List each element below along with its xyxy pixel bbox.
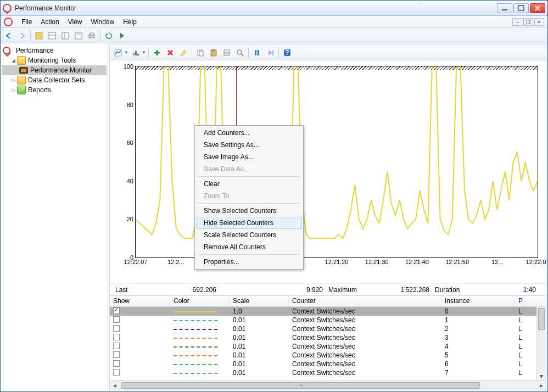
- maximize-button[interactable]: [513, 3, 529, 13]
- menu-window[interactable]: Window: [87, 17, 119, 27]
- stat-last-value: 692.206: [128, 286, 221, 294]
- mdi-minimize-button[interactable]: –: [512, 18, 522, 26]
- tree-root-performance[interactable]: Performance: [2, 46, 107, 55]
- tree-data-collector-sets[interactable]: ▷ Data Collector Sets: [2, 75, 107, 85]
- cell-scale: 0.01: [230, 343, 289, 350]
- freeze-button[interactable]: [251, 47, 263, 59]
- ctx-clear[interactable]: Clear: [196, 178, 302, 190]
- stat-dur-value: 1:40: [460, 286, 540, 294]
- show-checkbox[interactable]: [113, 334, 120, 340]
- cell-counter: Context Switches/sec: [289, 343, 441, 350]
- view-histogram-button[interactable]: [130, 47, 142, 59]
- paste-button[interactable]: [208, 47, 220, 59]
- menu-action[interactable]: Action: [36, 17, 63, 27]
- view-button-1[interactable]: [46, 30, 58, 42]
- scroll-left-icon[interactable]: ◂: [110, 381, 119, 390]
- forward-button[interactable]: [16, 30, 28, 42]
- col-show[interactable]: Show: [110, 296, 170, 306]
- content-pane: ▼ ▼ ?: [109, 44, 546, 390]
- highlight-button[interactable]: [177, 47, 189, 59]
- col-instance[interactable]: Instance: [441, 296, 515, 306]
- xtick: 12:21:20: [325, 259, 349, 265]
- app-icon: [3, 4, 12, 13]
- cell-instance: 2: [441, 325, 515, 333]
- copy-button[interactable]: [194, 47, 206, 59]
- stat-last-label: Last: [115, 286, 128, 294]
- show-checkbox[interactable]: [113, 316, 120, 323]
- back-button[interactable]: [3, 30, 15, 42]
- ctx-show-selected[interactable]: Show Selected Counters: [196, 205, 302, 217]
- table-row[interactable]: 0.01Context Switches/sec5L: [110, 351, 546, 360]
- chart-area[interactable]: 100 80 60 40 20 0 12:22:07 12:2... 1:10 …: [110, 60, 546, 283]
- help-button[interactable]: ?: [281, 47, 293, 59]
- add-counter-button[interactable]: [151, 47, 163, 59]
- grid-header[interactable]: Show Color Scale Counter Instance P: [110, 296, 546, 307]
- col-p[interactable]: P: [515, 296, 525, 306]
- minimize-button[interactable]: [497, 3, 512, 13]
- ctx-hide-selected[interactable]: Hide Selected Counters: [196, 217, 302, 229]
- ctx-scale-selected[interactable]: Scale Selected Counters: [196, 229, 302, 241]
- ctx-remove-all[interactable]: Remove All Counters: [196, 241, 302, 253]
- cell-counter: Context Switches/sec: [289, 307, 441, 315]
- show-checkbox[interactable]: [113, 369, 120, 376]
- cell-p: L: [515, 325, 525, 333]
- scroll-down-icon[interactable]: ▾: [537, 371, 546, 380]
- col-scale[interactable]: Scale: [230, 296, 289, 306]
- table-row[interactable]: 0.01Context Switches/sec2L: [110, 324, 546, 333]
- menu-help[interactable]: Help: [119, 17, 141, 27]
- show-checkbox[interactable]: [113, 307, 120, 314]
- properties-button[interactable]: [72, 30, 85, 42]
- scroll-right-icon[interactable]: ▸: [536, 381, 546, 390]
- ctx-save-settings[interactable]: Save Settings As...: [196, 139, 302, 151]
- tree-performance-monitor[interactable]: Performance Monitor: [2, 65, 107, 75]
- mdi-restore-button[interactable]: ❐: [523, 18, 533, 26]
- scrollbar-thumb[interactable]: [538, 308, 545, 330]
- folder-icon: [17, 56, 26, 65]
- close-button[interactable]: [530, 3, 545, 13]
- menu-view[interactable]: View: [64, 17, 87, 27]
- print-button[interactable]: [86, 30, 98, 42]
- delete-counter-button[interactable]: [164, 47, 176, 59]
- refresh-button[interactable]: [103, 30, 115, 42]
- table-row[interactable]: 0.01Context Switches/sec7L: [110, 368, 546, 377]
- cell-p: L: [515, 316, 525, 324]
- tree-monitoring-tools[interactable]: ◢ Monitoring Tools: [2, 55, 107, 65]
- mdi-close-button[interactable]: ×: [534, 18, 544, 26]
- table-row[interactable]: 0.01Context Switches/sec1L: [110, 316, 546, 324]
- tree-reports[interactable]: ▷ Reports: [2, 85, 107, 95]
- show-checkbox[interactable]: [113, 360, 120, 367]
- horizontal-scrollbar[interactable]: ◂ ▸: [110, 380, 546, 390]
- zoom-button[interactable]: [234, 47, 246, 59]
- table-row[interactable]: 0.01Context Switches/sec6L: [110, 360, 546, 368]
- show-hide-tree-button[interactable]: [33, 30, 45, 42]
- svg-rect-14: [137, 54, 139, 55]
- view-graph-button[interactable]: [112, 47, 124, 59]
- show-checkbox[interactable]: [113, 351, 120, 358]
- play-button[interactable]: [116, 30, 128, 42]
- navigation-tree: Performance ◢ Monitoring Tools Performan…: [1, 43, 108, 391]
- show-checkbox[interactable]: [113, 343, 120, 349]
- table-row[interactable]: 0.01Context Switches/sec4L: [110, 342, 546, 351]
- view-button-2[interactable]: [59, 30, 71, 42]
- col-color[interactable]: Color: [170, 296, 230, 306]
- scrollbar-thumb[interactable]: [121, 382, 480, 389]
- properties-toolbar-button[interactable]: [221, 47, 233, 59]
- table-row[interactable]: 0.01Context Switches/sec3L: [110, 333, 546, 342]
- menu-file[interactable]: File: [17, 17, 36, 27]
- col-counter[interactable]: Counter: [289, 296, 441, 306]
- expand-icon[interactable]: ▷: [10, 87, 16, 93]
- color-swatch: [174, 311, 217, 312]
- title-bar[interactable]: Performance Monitor: [1, 1, 547, 16]
- stat-min-value: 9.920: [222, 286, 327, 294]
- show-checkbox[interactable]: [113, 325, 120, 332]
- svg-rect-7: [75, 32, 82, 39]
- expand-icon[interactable]: ▷: [10, 77, 16, 83]
- grid-body[interactable]: 1.0Context Switches/sec0L0.01Context Swi…: [110, 307, 546, 380]
- vertical-scrollbar[interactable]: ▾: [536, 307, 546, 380]
- table-row[interactable]: 1.0Context Switches/sec0L: [110, 307, 546, 316]
- ctx-save-image[interactable]: Save Image As...: [196, 151, 302, 163]
- collapse-icon[interactable]: ◢: [10, 58, 16, 63]
- ctx-properties[interactable]: Properties...: [196, 256, 302, 268]
- update-button[interactable]: [264, 47, 276, 59]
- ctx-add-counters[interactable]: Add Counters...: [196, 127, 302, 139]
